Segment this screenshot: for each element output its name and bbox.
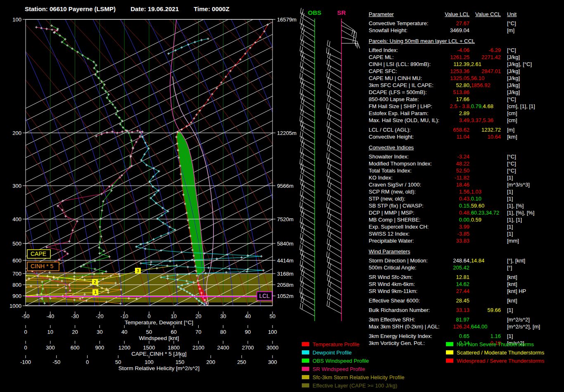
param-value-lcl: 1.03 [471,188,481,195]
param-value-lcl: 1253.36 [450,68,469,74]
param-unit: [m] [507,126,514,133]
legend-label: OBS Windspeed Profile [313,358,369,364]
param-unit: [°C] [507,167,516,174]
altitude-tick-label: 12205m [277,130,296,136]
param-row: CAPE MU | CINH MU:1325.05, 56.10[J/kg] [369,75,564,82]
annotation-label: CAPE [31,250,46,257]
param-value-lcl: 1261.25 [450,54,469,60]
altitude-tick-label: 4414m [277,257,294,264]
axis-tick-label: 50 [146,329,152,335]
param-unit: [J/kg] [507,54,520,61]
param-value-lcl: 205.42 [453,264,469,271]
param-label: Modified Thompson Index: [369,160,442,167]
param-row: Showalter Index:-3.24[°C] [369,153,564,160]
param-label: CAPE ML: [369,54,442,61]
param-row: 3km SFC CAPE | IL CAPE:52.80, 1856.92[J/… [369,82,564,89]
pressure-tick-label: 300 [12,183,21,189]
param-row: STP (new, old):0.43, 0.10[1] [369,195,564,202]
param-value-lcl: 3.99 [459,224,469,230]
altitude-tick-label: 7520m [277,216,294,222]
altitude-tick-label: 16579m [277,17,296,23]
param-value-lcl: 52.50 [456,168,469,174]
param-value-lcl: 1.56 [459,189,469,195]
param-unit: [m^2/s^2], [m] [507,323,540,330]
param-row: Modified Thompson Index:48.22[°C] [369,160,564,167]
axis-tick-label: -30 [71,313,79,319]
param-label: SR Wind 4km-6km: [369,281,442,288]
legend-swatch-icon [302,342,309,346]
param-unit: [J/kg] [507,89,520,96]
sr-wind-column: SR [327,9,360,321]
param-value-lcl: 0.15 [459,203,469,209]
param-value-ccl: 1232.72 [481,127,501,133]
axis-tick-label: -10 [121,313,128,319]
header-unit: Unit [507,11,517,18]
param-label: Max 3km SRH (0-2km) | AGL: [369,323,442,330]
axis-tick-label: 30 [220,313,226,319]
pressure-tick-label: 500 [12,241,21,247]
param-unit: [1], [%], [%] [507,209,534,216]
param-value-lcl: 0.79 [471,103,481,110]
parameter-panel: Parameter Value LCL Value CCL Unit Conve… [369,11,564,347]
param-value-lcl: 513.86 [453,89,469,95]
param-value-lcl: 0.48 [459,210,469,216]
legend-label: Temperature Profile [313,341,359,347]
param-value-lcl: 3.37 [471,117,481,124]
axis-tick-label: 100 [268,329,277,335]
param-unit: [°], [knt] [507,257,525,264]
legend-label: Widespread / Severe Thunderstorms [457,358,544,364]
param-value-lcl: -3.85 [457,231,469,237]
axis-title: CAPE, CINH * 5 [J/kg] [131,351,187,357]
altitude-tick-label: 1052m [277,293,294,299]
param-label: SR Wind Sfc-2km: [369,274,442,281]
param-unit: [°C] [507,96,516,103]
header-value-ccl: Value CCL [474,11,501,18]
param-row: FM Hail Size | SHIP | LHP:2.5 - 3.8, 0.7… [369,103,564,110]
param-row: MB Comp | SHERBE:0.00, 0.59[1], [1] [369,216,564,223]
param-value-lcl: -3.24 [457,153,469,160]
param-label: 850-600 Lapse Rate: [369,96,442,103]
profile-legend-item: SR Windspeed Profile [302,365,405,373]
param-unit: [mm] [507,237,519,244]
param-unit: [1] [507,188,513,195]
param-unit: [knt] [507,297,517,304]
param-row: Lifted Index:-4.06-6.29[°C] [369,47,564,54]
annotation-label: CINH * 5 [31,263,53,269]
axis-tick-label: 0 [24,329,27,335]
param-value-lcl: 27.44 [456,288,469,294]
param-label: Effective Shear 6000: [369,297,442,304]
param-unit: [1] [507,195,513,202]
param-value-lcl: 56.10 [471,75,485,82]
legend-label: SR Windspeed Profile [313,366,365,372]
param-label: SB STP (fix) | CWASP: [369,202,442,209]
axis-tick-label: 20 [195,313,201,319]
param-row: SR Wind 4km-6km:14.62[knt] [369,281,564,288]
profile-legend-item: Dewpoint Profile [302,348,405,357]
param-row: SB STP (fix) | CWASP:0.15, 59.60[1], [%] [369,202,564,209]
section-header: Wind Parameters [369,248,564,255]
param-value-lcl: 14.62 [456,281,469,287]
axis-tick-label: 1200 [118,345,130,351]
axis-tick-label: 40 [245,313,251,319]
param-value-lcl: 14.84 [471,257,485,264]
param-value-lcl: 33.13 [456,307,469,313]
profile-legend-item: OBS Windspeed Profile [302,357,405,365]
axis-tick-label: 300 [46,345,55,351]
param-value-lcl: -4.06 [457,47,469,53]
param-label: Storm Direction | Motion: [369,257,442,264]
param-label: SCP RM (new, old): [369,188,442,195]
param-unit: [1], [1] [507,216,522,223]
header-value-lcl: Value LCL [442,11,469,18]
axis-tick-label: 600 [71,345,80,351]
param-value-lcl: 17.66 [456,96,469,102]
param-row: Estofex Exp. Hail Param:2.89[cm] [369,110,564,117]
param-value-lcl: 1856.92 [471,82,491,89]
axis-tick-label: 900 [95,345,104,351]
section-header: Parcels: Using 50mB mean layer LCL + CCL [369,38,564,45]
param-unit: [knt] HP [507,288,526,295]
axis-tick-label: 2100 [192,345,204,351]
param-unit: [°C] [507,47,516,54]
param-row: DCAPE (LFS = 500mB):513.86[J/kg] [369,89,564,96]
sounding-viewer: Station: 06610 Payerne (LSMP) Date: 19.0… [0,0,564,392]
param-value-ccl: -6.29 [488,47,501,53]
